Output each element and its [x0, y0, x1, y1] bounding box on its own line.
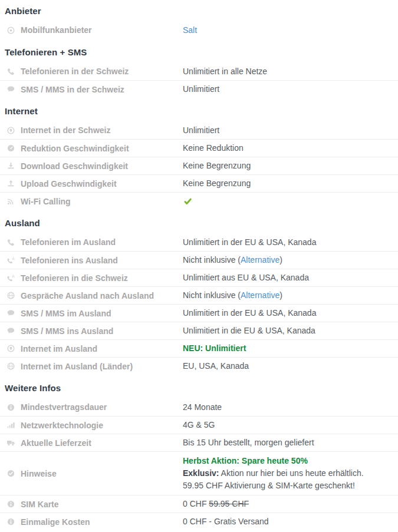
row-label-cell: Aktuelle Lieferzeit	[0, 438, 183, 448]
table-row: Telefonieren in der SchweizUnlimitiert i…	[0, 62, 398, 80]
section-heading: Weitere Infos	[0, 382, 398, 394]
row-value: Bis 15 Uhr bestellt, morgen geliefert	[183, 437, 398, 449]
info-icon	[6, 517, 15, 527]
chat-icon	[6, 309, 15, 318]
row-label-cell: Mobilfunkanbieter	[0, 25, 183, 35]
value-text: NEU: Unlimitiert	[183, 343, 246, 353]
section-heading: Anbieter	[0, 5, 398, 17]
row-value: 0 CHF 59.95 CHF	[183, 498, 398, 510]
table-row: SMS / MMS in der SchweizUnlimitiert	[0, 80, 398, 98]
value-text: Keine Reduktion	[183, 143, 244, 153]
row-label-cell: Gespräche Ausland nach Ausland	[0, 291, 183, 300]
value-line: Nicht inklusive (Alternative)	[183, 289, 398, 302]
alternative-link[interactable]: Alternative	[241, 255, 279, 265]
table-row: Reduktion GeschwindigkeitKeine Reduktion	[0, 139, 398, 157]
row-label-cell: Mindestvertragsdauer	[0, 402, 183, 412]
value-text: EU, USA, Kanada	[183, 361, 249, 371]
row-label-cell: SIM Karte	[0, 500, 183, 509]
row-value: Herbst Aktion: Spare heute 50%Exklusiv: …	[183, 455, 398, 492]
globe-icon	[6, 291, 15, 300]
value-text: Herbst Aktion: Spare heute 50%	[183, 456, 308, 465]
row-label-cell: Netzwerktechnologie	[0, 421, 183, 430]
table-row: Internet im Ausland (Länder)EU, USA, Kan…	[0, 357, 398, 375]
value-line: NEU: Unlimitiert	[183, 342, 398, 355]
table-row: Mindestvertragsdauer24 Monate	[0, 398, 398, 416]
row-label-cell: SMS / MMS ins Ausland	[0, 326, 183, 336]
row-label: Mobilfunkanbieter	[21, 25, 92, 35]
section-heading: Ausland	[0, 217, 398, 229]
value-text: )	[279, 255, 282, 265]
value-line: 24 Monate	[183, 401, 398, 414]
value-line: Herbst Aktion: Spare heute 50%	[183, 455, 398, 467]
value-line: Unlimitiert in der EU & USA, Kanada	[183, 236, 398, 249]
row-label: Internet in der Schweiz	[21, 125, 110, 135]
value-text: 59.95 CHF Aktivierung & SIM-Karte gesche…	[183, 481, 355, 490]
row-label: Reduktion Geschwindigkeit	[21, 144, 129, 153]
row-label-cell: Telefonieren im Ausland	[0, 237, 183, 247]
row-label: Telefonieren im Ausland	[21, 237, 116, 247]
value-line: EU, USA, Kanada	[183, 360, 398, 372]
section-rows: Telefonieren im AuslandUnlimitiert in de…	[0, 233, 398, 375]
value-line: Unlimitiert in der EU & USA, Kanada	[183, 307, 398, 319]
value-line: Unlimitiert aus EU & USA, Kanada	[183, 272, 398, 284]
globe-icon	[6, 362, 15, 371]
section-rows: Mindestvertragsdauer24 MonateNetzwerktec…	[0, 398, 398, 530]
table-row: Upload GeschwindigkeitKeine Begrenzung	[0, 174, 398, 192]
table-row: HinweiseHerbst Aktion: Spare heute 50%Ex…	[0, 451, 398, 495]
plan-details-table: AnbieterMobilfunkanbieterSaltTelefoniere…	[0, 0, 398, 530]
upload-icon	[6, 179, 15, 189]
value-text: Unlimitiert in die EU & USA, Kanada	[183, 326, 315, 335]
row-label: Aktuelle Lieferzeit	[21, 438, 91, 448]
value-text: 0 CHF	[183, 499, 209, 508]
row-value: 24 Monate	[183, 401, 398, 414]
salt-provider-link[interactable]: Salt	[183, 25, 197, 35]
table-row: Download GeschwindigkeitKeine Begrenzung	[0, 157, 398, 174]
signal-icon	[6, 421, 15, 430]
alternative-link[interactable]: Alternative	[241, 290, 279, 300]
wifi-icon	[6, 197, 15, 206]
section-rows: Telefonieren in der SchweizUnlimitiert i…	[0, 62, 398, 98]
value-text: Exklusiv:	[183, 468, 219, 478]
row-label: Upload Geschwindigkeit	[21, 179, 117, 189]
info-icon	[6, 500, 15, 509]
row-label-cell: Upload Geschwindigkeit	[0, 179, 183, 189]
value-line: Keine Begrenzung	[183, 177, 398, 190]
row-label: SMS / MMS ins Ausland	[21, 326, 113, 336]
value-text: Keine Begrenzung	[183, 161, 251, 170]
value-line: 0 CHF 59.95 CHF	[183, 498, 398, 510]
row-label-cell: Internet im Ausland (Länder)	[0, 362, 183, 371]
row-label: Wi-Fi Calling	[21, 197, 71, 206]
row-value: 0 CHF - Gratis Versand	[183, 516, 398, 528]
table-row: Telefonieren im AuslandUnlimitiert in de…	[0, 233, 398, 251]
table-row: Einmalige Kosten0 CHF - Gratis Versand	[0, 513, 398, 530]
globe-marker-icon	[6, 125, 15, 135]
value-line: Exklusiv: Aktion nur hier bei uns heute …	[183, 467, 398, 480]
download-icon	[6, 161, 15, 171]
phone-icon	[6, 67, 15, 76]
value-text: Keine Begrenzung	[183, 179, 251, 188]
gauge-icon	[6, 144, 15, 153]
row-label: Mindestvertragsdauer	[21, 402, 107, 412]
value-text: Unlimitiert in der EU & USA, Kanada	[183, 237, 316, 247]
chat-icon	[6, 85, 15, 94]
row-value: Salt	[183, 24, 398, 37]
row-value: NEU: Unlimitiert	[183, 342, 398, 355]
row-value: Unlimitiert aus EU & USA, Kanada	[183, 272, 398, 284]
row-value: Unlimitiert in alle Netze	[183, 65, 398, 78]
row-label-cell: Internet in der Schweiz	[0, 125, 183, 135]
table-row: MobilfunkanbieterSalt	[0, 21, 398, 39]
value-text: 4G & 5G	[183, 420, 215, 429]
row-value: Unlimitiert in der EU & USA, Kanada	[183, 307, 398, 319]
table-row: SMS / MMS ins AuslandUnlimitiert in die …	[0, 322, 398, 339]
table-row: Internet im AuslandNEU: Unlimitiert	[0, 339, 398, 357]
value-text: 24 Monate	[183, 402, 222, 412]
row-label: Internet im Ausland	[21, 344, 97, 353]
row-label: Gespräche Ausland nach Ausland	[21, 291, 154, 300]
row-label-cell: Telefonieren in die Schweiz	[0, 273, 183, 283]
globe-marker-icon	[6, 344, 15, 353]
row-value: Unlimitiert	[183, 83, 398, 95]
chat-icon	[6, 326, 15, 336]
value-line: Unlimitiert in alle Netze	[183, 65, 398, 78]
row-label: Telefonieren ins Ausland	[21, 256, 118, 265]
value-text: Aktion nur hier bei uns heute erhältlich…	[219, 468, 363, 478]
